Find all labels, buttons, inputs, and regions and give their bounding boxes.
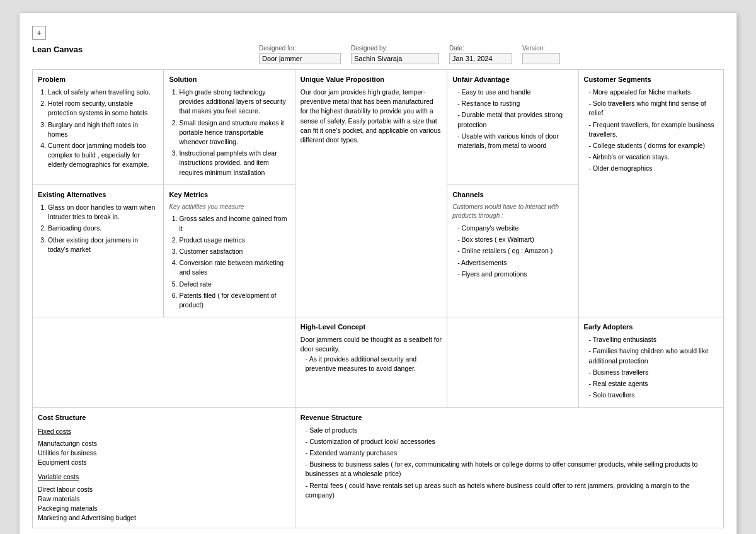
- problem-item-4: Current door jamming models too complex …: [48, 141, 158, 170]
- designed-for-field: Designed for:: [259, 45, 341, 64]
- early-item-4: Real estate agents: [589, 379, 718, 389]
- designed-by-field: Designed by:: [351, 45, 439, 64]
- problem-item-3: Burglary and high theft rates in homes: [48, 120, 158, 139]
- early-item-1: Travelling enthusiasts: [589, 335, 718, 344]
- canvas-title: Lean Canvas: [32, 45, 259, 54]
- customer-header: Customer Segments: [584, 75, 718, 85]
- unfair-item-2: Resitance to rusting: [457, 99, 573, 108]
- key-metrics-header: Key Metrics: [169, 190, 289, 200]
- version-input[interactable]: [522, 53, 560, 64]
- hlc-header: High-Level Concept: [301, 322, 442, 332]
- revenue-structure-cell: Revenue Structure Sale of products Custo…: [295, 407, 723, 528]
- uvp-header: Unique Value Proposition: [301, 75, 442, 85]
- customer-item-1: More appealed for Niche markets: [589, 88, 718, 97]
- customer-item-2: Solo travellers who might find sense of …: [589, 99, 718, 118]
- revenue-item-3: Extended warranty purchases: [306, 448, 718, 458]
- version-label: Version:: [522, 45, 560, 52]
- unfair-header: Unfair Advantage: [452, 75, 573, 85]
- channels-header: Channels: [452, 190, 573, 200]
- key-metrics-list: Gross sales and income gained from it Pr…: [169, 214, 289, 310]
- unfair-list: Easy to use and handle Resitance to rust…: [452, 88, 573, 151]
- variable-costs-list: Direct labour costs Raw materials Packeg…: [38, 485, 290, 523]
- solution-header: Solution: [169, 75, 289, 85]
- key-metrics-cell: Key Metrics Key activities you measure G…: [164, 185, 295, 317]
- hlc-item-1: As it provides additional security and p…: [306, 355, 442, 373]
- designed-by-input[interactable]: [351, 53, 439, 64]
- uvp-text: Our door jam provides high grade, temper…: [301, 88, 442, 145]
- problem-list: Lack of safety when travelling solo. Hot…: [38, 88, 158, 170]
- variable-item-2: Raw materials: [38, 494, 290, 504]
- customer-segments-cell: Customer Segments More appealed for Nich…: [578, 70, 723, 317]
- cost-header: Cost Structure: [38, 413, 290, 423]
- date-input[interactable]: [449, 53, 512, 64]
- variable-item-4: Marketing and Advertising budget: [38, 513, 290, 523]
- solution-cell: Solution High grade strong technology pr…: [164, 70, 295, 185]
- hlc-list: As it provides additional security and p…: [301, 355, 442, 373]
- existing-header: Existing Alternatives: [38, 190, 158, 200]
- fixed-item-2: Utilities for business: [38, 448, 290, 458]
- early-item-5: Solo travellers: [589, 390, 718, 400]
- hlc-text: Door jammers could be thought as a seatb…: [301, 335, 442, 354]
- variable-item-3: Packeging materials: [38, 504, 290, 513]
- problem-item-1: Lack of safety when travelling solo.: [48, 88, 158, 97]
- problem-item-2: Hotel room security, unstable protection…: [48, 99, 158, 118]
- early-adopters-spacer: [447, 317, 578, 407]
- customer-item-6: Older demographics: [589, 164, 718, 173]
- designed-by-label: Designed by:: [351, 45, 439, 52]
- early-adopters-list: Travelling enthusiasts Families having c…: [584, 335, 718, 400]
- customer-item-5: Airbnb's or vacation stays.: [589, 152, 718, 162]
- existing-alternatives-cell: Existing Alternatives Glass on door hand…: [33, 185, 164, 317]
- key-metrics-item-3: Customer satisfaction: [179, 247, 289, 256]
- solution-item-1: High grade strong technology provides ad…: [179, 88, 289, 116]
- key-metrics-item-5: Defect rate: [179, 280, 289, 289]
- early-adopters-cell: Early Adopters Travelling enthusiasts Fa…: [578, 317, 723, 407]
- key-metrics-item-1: Gross sales and income gained from it: [179, 214, 289, 233]
- hlc-spacer: [33, 317, 295, 407]
- fixed-item-1: Manufacturign costs: [38, 439, 290, 448]
- page-wrapper: + Lean Canvas Designed for: Designed by:…: [19, 13, 737, 534]
- canvas-row-1: Problem Lack of safety when travelling s…: [33, 70, 724, 185]
- unfair-item-3: Durable metal that provides strong prote…: [457, 110, 573, 129]
- cost-structure-cell: Cost Structure Fixed costs Manufacturign…: [33, 407, 295, 528]
- uvp-cell: Unique Value Proposition Our door jam pr…: [295, 70, 447, 317]
- channels-cell: Channels Customers would have to interac…: [447, 185, 578, 317]
- add-button[interactable]: +: [32, 26, 46, 40]
- early-item-3: Business travellers: [589, 368, 718, 377]
- early-item-2: Families having children who would like …: [589, 346, 718, 365]
- revenue-item-1: Sale of products: [306, 426, 718, 435]
- date-field: Date:: [449, 45, 512, 64]
- key-metrics-sub: Key activities you measure: [169, 203, 289, 212]
- variable-costs-label[interactable]: Variable costs: [38, 473, 79, 480]
- key-metrics-item-2: Product usage metrics: [179, 236, 289, 245]
- customer-item-4: College students ( dorms for example): [589, 141, 718, 151]
- existing-list: Glass on door handles to warn when Intru…: [38, 203, 158, 254]
- solution-list: High grade strong technology provides ad…: [169, 88, 289, 178]
- revenue-item-2: Customization of product look/ accessori…: [306, 437, 718, 446]
- existing-item-1: Glass on door handles to warn when Intru…: [48, 203, 158, 222]
- designed-for-label: Designed for:: [259, 45, 341, 52]
- solution-item-2: Small design and structure makes it port…: [179, 118, 289, 147]
- variable-item-1: Direct labour costs: [38, 485, 290, 494]
- channels-item-4: Advertisements: [457, 258, 573, 268]
- designed-for-input[interactable]: [259, 53, 341, 64]
- channels-item-5: Flyers and promotions: [457, 270, 573, 279]
- channels-list: Company's website Box stores ( ex Walmar…: [452, 224, 573, 279]
- solution-item-3: Instructional pamphlets with clear instr…: [179, 149, 289, 178]
- revenue-header: Revenue Structure: [301, 413, 718, 423]
- channels-item-3: Online retailers ( eg : Amazon ): [457, 246, 573, 256]
- fixed-item-3: Equipment costs: [38, 458, 290, 467]
- hlc-cell: High-Level Concept Door jammers could be…: [295, 317, 447, 407]
- canvas-row-hlc: High-Level Concept Door jammers could be…: [33, 317, 724, 407]
- channels-sub: Customers would have to interact with pr…: [452, 203, 573, 221]
- existing-item-2: Barricading doors.: [48, 224, 158, 233]
- early-adopters-header: Early Adopters: [584, 322, 718, 332]
- key-metrics-item-4: Conversion rate between marketing and sa…: [179, 258, 289, 277]
- key-metrics-item-6: Patents filed ( for development of produ…: [179, 291, 289, 310]
- existing-item-3: Other existing door jammers in today's m…: [48, 236, 158, 254]
- problem-header: Problem: [38, 75, 158, 85]
- canvas-row-bottom: Cost Structure Fixed costs Manufacturign…: [33, 407, 724, 528]
- customer-item-3: Frequent travellers, for example busines…: [589, 120, 718, 139]
- fixed-costs-label[interactable]: Fixed costs: [38, 428, 71, 435]
- channels-item-1: Company's website: [457, 224, 573, 233]
- problem-cell: Problem Lack of safety when travelling s…: [33, 70, 164, 185]
